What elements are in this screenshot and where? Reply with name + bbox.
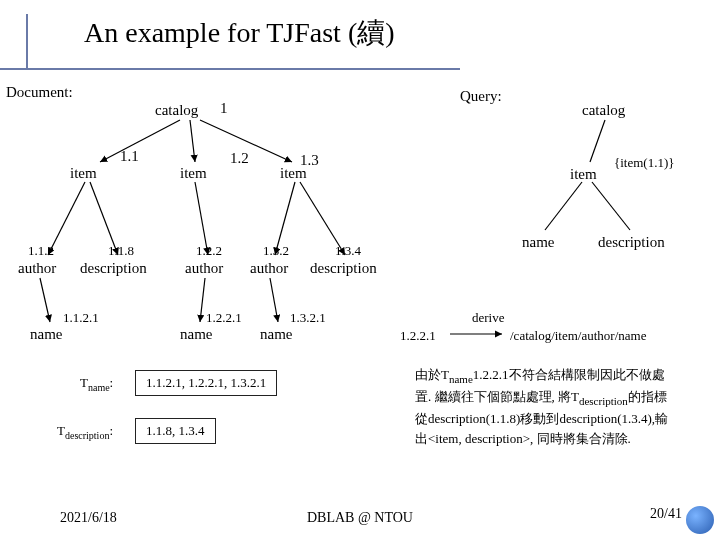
doc-item1-name: item (70, 165, 97, 182)
doc-item2-name: item (180, 165, 207, 182)
tdesc-label: Tdescription: (57, 423, 113, 441)
svg-line-12 (545, 182, 582, 230)
globe-icon (686, 506, 714, 534)
tname-label: Tname: (80, 375, 113, 393)
l3-4-id: 1.3.4 (335, 243, 361, 259)
background-watermark-icon (4, 478, 58, 532)
l3-1-id: 1.1.8 (108, 243, 134, 259)
query-label: Query: (460, 88, 502, 105)
doc-root-id: 1 (220, 100, 228, 117)
svg-line-0 (100, 120, 180, 162)
l3-2-name: author (185, 260, 223, 277)
l4-1-id: 1.2.2.1 (206, 310, 242, 326)
l4-0-name: name (30, 326, 62, 343)
l4-2-id: 1.3.2.1 (290, 310, 326, 326)
document-label: Document: (6, 84, 73, 101)
doc-item1-id: 1.1 (120, 148, 139, 165)
l3-3-id: 1.3.2 (263, 243, 289, 259)
doc-root-name: catalog (155, 102, 198, 119)
l3-3-name: author (250, 260, 288, 277)
doc-item2-id: 1.2 (230, 150, 249, 167)
slide-title: An example for TJFast (續) (84, 14, 720, 52)
l3-2-id: 1.2.2 (196, 243, 222, 259)
tname-values: 1.1.2.1, 1.2.2.1, 1.3.2.1 (135, 370, 277, 396)
q-item-ann: {item(1.1)} (614, 155, 675, 171)
footer-date: 2021/6/18 (60, 510, 117, 526)
explanation-text: 由於Tname1.2.2.1不符合結構限制因此不做處置. 繼續往下個節點處理, … (415, 365, 675, 448)
l3-0-id: 1.1.2 (28, 243, 54, 259)
svg-line-1 (190, 120, 195, 162)
l3-4-name: description (310, 260, 377, 277)
derive-label: derive (472, 310, 504, 326)
svg-line-13 (592, 182, 630, 230)
derive-val: 1.2.2.1 (400, 328, 436, 344)
q-leaf-name: name (522, 234, 554, 251)
tdesc-values: 1.1.8, 1.3.4 (135, 418, 216, 444)
l3-1-name: description (80, 260, 147, 277)
q-item: item (570, 166, 597, 183)
doc-item3-name: item (280, 165, 307, 182)
q-leaf-desc: description (598, 234, 665, 251)
l4-1-name: name (180, 326, 212, 343)
svg-line-10 (270, 278, 278, 322)
svg-line-11 (590, 120, 605, 162)
l3-0-name: author (18, 260, 56, 277)
l4-0-id: 1.1.2.1 (63, 310, 99, 326)
svg-line-9 (200, 278, 205, 322)
footer-org: DBLAB @ NTOU (307, 510, 413, 526)
footer-page: 20/41 (650, 506, 682, 522)
title-bar: An example for TJFast (續) (0, 14, 720, 58)
derive-path: /catalog/item/author/name (510, 328, 646, 344)
q-root: catalog (582, 102, 625, 119)
svg-line-8 (40, 278, 50, 322)
l4-2-name: name (260, 326, 292, 343)
